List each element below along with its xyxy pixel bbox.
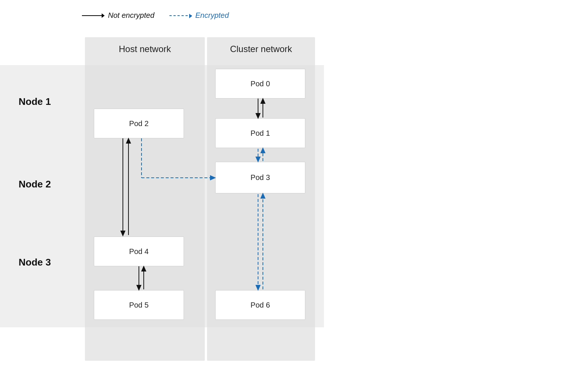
node3-label: Node 3 — [19, 257, 51, 268]
not-encrypted-label: Not encrypted — [108, 11, 155, 20]
node1-label: Node 1 — [19, 96, 51, 107]
diagram-container: Not encrypted Encrypted Host network Clu… — [0, 0, 566, 392]
host-network-header: Host network — [85, 44, 205, 54]
solid-line-icon — [82, 15, 104, 16]
node2-label: Node 2 — [19, 179, 51, 190]
encrypted-label: Encrypted — [195, 11, 229, 20]
not-encrypted-legend: Not encrypted — [82, 11, 155, 20]
pod6-box: Pod 6 — [215, 290, 305, 320]
pod0-box: Pod 0 — [215, 69, 305, 99]
pod3-box: Pod 3 — [215, 162, 305, 193]
pod1-box: Pod 1 — [215, 118, 305, 148]
pod4-box: Pod 4 — [94, 237, 184, 266]
cluster-network-header: Cluster network — [207, 44, 315, 54]
legend: Not encrypted Encrypted — [82, 11, 229, 20]
pod2-box: Pod 2 — [94, 109, 184, 138]
encrypted-legend: Encrypted — [169, 11, 229, 20]
pod5-box: Pod 5 — [94, 290, 184, 320]
dashed-line-icon — [169, 15, 192, 16]
